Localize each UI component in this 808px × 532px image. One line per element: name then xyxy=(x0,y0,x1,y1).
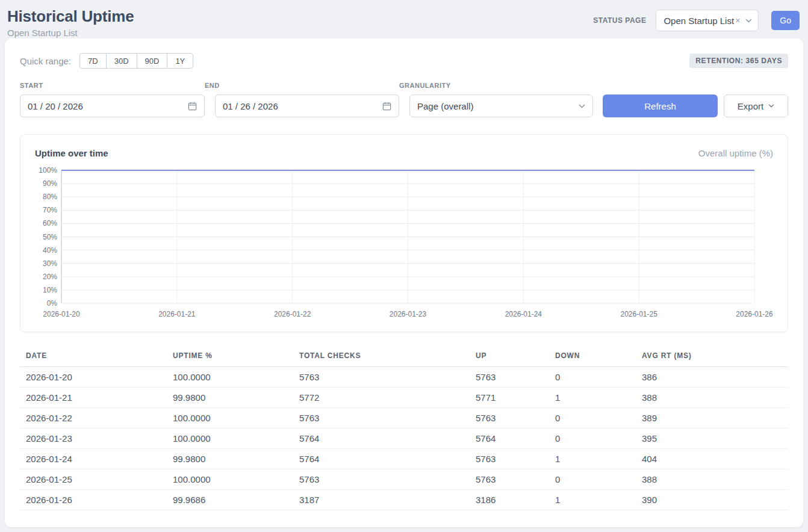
table-cell: 99.9800 xyxy=(167,388,293,408)
table-cell: 5764 xyxy=(470,428,549,449)
header-right: STATUS PAGE Open Startup List × Go xyxy=(593,10,800,31)
uptime-chart: 0%10%20%30%40%50%60%70%80%90%100%2026-01… xyxy=(34,165,775,323)
status-page-label: STATUS PAGE xyxy=(593,16,646,25)
chart-legend: Overall uptime (%) xyxy=(698,148,773,158)
table-cell: 5763 xyxy=(293,469,470,490)
quick-range-1y-button[interactable]: 1Y xyxy=(167,53,193,69)
table-cell: 1 xyxy=(549,490,636,510)
clear-selection-icon[interactable]: × xyxy=(735,16,740,25)
table-cell: 5772 xyxy=(293,388,470,408)
table-cell: 395 xyxy=(636,428,788,449)
page-subtitle: Open Startup List xyxy=(7,28,134,38)
main-card: Quick range: 7D30D90D1Y RETENTION: 365 D… xyxy=(5,39,803,527)
svg-text:60%: 60% xyxy=(43,219,57,227)
quick-range-group: 7D30D90D1Y xyxy=(79,53,193,69)
table-cell: 99.9686 xyxy=(167,490,293,510)
export-button-label: Export xyxy=(738,101,763,111)
column-header: TOTAL CHECKS xyxy=(293,347,470,367)
table-cell: 100.0000 xyxy=(167,408,293,428)
chart-card: Uptime over time Overall uptime (%) 0%10… xyxy=(20,134,788,332)
table-cell: 2026-01-25 xyxy=(20,469,167,490)
start-date-input[interactable]: 01 / 20 / 2026 xyxy=(20,94,205,117)
table-body: 2026-01-20100.00005763576303862026-01-21… xyxy=(20,367,788,510)
table-cell: 100.0000 xyxy=(167,428,293,449)
uptime-table: DATEUPTIME %TOTAL CHECKSUPDOWNAVG RT (MS… xyxy=(20,347,788,510)
table-cell: 2026-01-22 xyxy=(20,408,167,428)
svg-text:20%: 20% xyxy=(43,273,57,281)
svg-text:40%: 40% xyxy=(43,246,57,255)
end-date-input[interactable]: 01 / 26 / 2026 xyxy=(215,94,399,117)
table-cell: 2026-01-20 xyxy=(20,367,167,388)
table-cell: 2026-01-21 xyxy=(20,388,167,408)
table-cell: 5764 xyxy=(293,428,470,449)
table-row: 2026-01-23100.0000576457640395 xyxy=(20,428,788,449)
granularity-label: GRANULARITY xyxy=(399,82,593,89)
export-button[interactable]: Export xyxy=(724,94,788,117)
table-cell: 2026-01-26 xyxy=(20,490,167,510)
quick-range-7d-button[interactable]: 7D xyxy=(79,53,107,69)
go-button[interactable]: Go xyxy=(771,11,800,30)
svg-text:30%: 30% xyxy=(43,259,57,268)
svg-text:2026-01-20: 2026-01-20 xyxy=(43,310,80,318)
end-label: END xyxy=(205,82,399,89)
svg-text:2026-01-21: 2026-01-21 xyxy=(158,310,196,318)
svg-text:2026-01-23: 2026-01-23 xyxy=(390,310,427,318)
table-cell: 5763 xyxy=(470,408,549,428)
table-row: 2026-01-2499.9800576457631404 xyxy=(20,449,788,469)
filter-form-row: START 01 / 20 / 2026 END 01 / 26 / 2026 … xyxy=(20,82,788,117)
column-header: UP xyxy=(470,347,549,367)
table-row: 2026-01-2699.9686318731861390 xyxy=(20,490,788,510)
status-page-select-value: Open Startup List xyxy=(663,16,734,26)
quick-range-30d-button[interactable]: 30D xyxy=(106,53,137,69)
page: Historical Uptime Open Startup List STAT… xyxy=(0,0,808,527)
table-cell: 5763 xyxy=(293,367,470,388)
table-cell: 100.0000 xyxy=(167,367,293,388)
svg-text:2026-01-22: 2026-01-22 xyxy=(274,310,311,318)
table-cell: 99.9800 xyxy=(167,449,293,469)
calendar-icon[interactable] xyxy=(382,102,391,111)
column-header: DATE xyxy=(20,347,167,367)
table-cell: 404 xyxy=(636,449,788,469)
status-page-select[interactable]: Open Startup List × xyxy=(656,10,759,31)
table-cell: 0 xyxy=(549,408,636,428)
granularity-value: Page (overall) xyxy=(417,101,473,111)
quick-range-90d-button[interactable]: 90D xyxy=(137,53,168,69)
table-row: 2026-01-20100.0000576357630386 xyxy=(20,367,788,388)
title-block: Historical Uptime Open Startup List xyxy=(7,7,134,38)
chart-title: Uptime over time xyxy=(35,148,108,158)
svg-text:50%: 50% xyxy=(43,233,57,241)
table-cell: 5771 xyxy=(470,388,549,408)
table-cell: 3187 xyxy=(293,490,470,510)
table-cell: 5763 xyxy=(470,367,549,388)
table-cell: 389 xyxy=(636,408,788,428)
column-header: AVG RT (MS) xyxy=(636,347,788,367)
table-cell: 100.0000 xyxy=(167,469,293,490)
start-date-field: START 01 / 20 / 2026 xyxy=(20,82,205,117)
svg-text:2026-01-25: 2026-01-25 xyxy=(620,310,657,318)
end-date-value: 01 / 26 / 2026 xyxy=(223,101,278,111)
calendar-icon[interactable] xyxy=(188,102,197,111)
table-cell: 5764 xyxy=(293,449,470,469)
table-cell: 0 xyxy=(549,428,636,449)
chart-header: Uptime over time Overall uptime (%) xyxy=(34,148,774,158)
table-cell: 388 xyxy=(636,469,788,490)
svg-text:10%: 10% xyxy=(43,286,57,294)
page-title: Historical Uptime xyxy=(7,7,134,26)
chevron-down-icon xyxy=(745,19,752,23)
chevron-down-icon xyxy=(579,104,585,108)
svg-text:100%: 100% xyxy=(39,166,57,175)
svg-text:0%: 0% xyxy=(47,299,58,308)
quick-range-row: Quick range: 7D30D90D1Y RETENTION: 365 D… xyxy=(20,53,788,69)
end-date-field: END 01 / 26 / 2026 xyxy=(205,82,399,117)
refresh-button[interactable]: Refresh xyxy=(603,94,718,117)
table-cell: 5763 xyxy=(470,469,549,490)
chevron-down-icon xyxy=(768,104,774,108)
table-cell: 1 xyxy=(549,388,636,408)
granularity-select[interactable]: Page (overall) xyxy=(409,94,593,117)
table-cell: 386 xyxy=(636,367,788,388)
svg-text:2026-01-24: 2026-01-24 xyxy=(505,310,542,318)
table-cell: 0 xyxy=(549,469,636,490)
granularity-field: GRANULARITY Page (overall) xyxy=(399,82,593,117)
table-cell: 5763 xyxy=(293,408,470,428)
table-header-row: DATEUPTIME %TOTAL CHECKSUPDOWNAVG RT (MS… xyxy=(20,347,788,367)
